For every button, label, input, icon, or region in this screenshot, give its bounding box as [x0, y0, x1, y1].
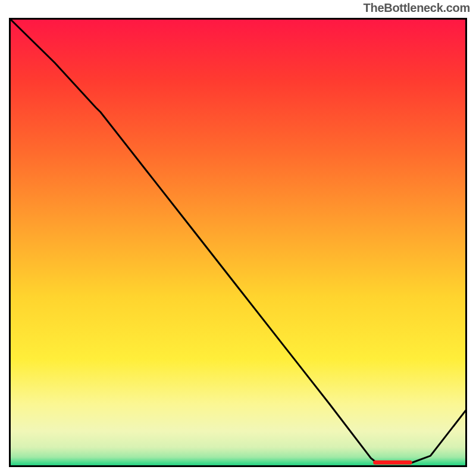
figure-container: { "attribution": "TheBottleneck.com", "c… — [0, 0, 476, 476]
chart — [9, 18, 467, 467]
gradient-background — [9, 18, 467, 467]
optimum-marker — [373, 461, 412, 465]
attribution-text: TheBottleneck.com — [364, 1, 470, 15]
chart-svg — [9, 18, 467, 467]
